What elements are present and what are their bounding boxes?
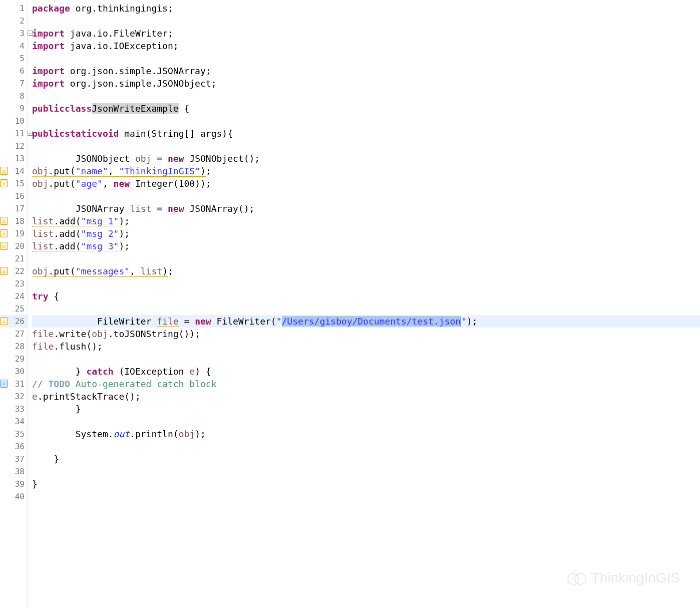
line-number: 1 (0, 2, 28, 15)
line-number: 32 (0, 390, 28, 403)
code-line[interactable]: System.out.println(obj); (32, 428, 700, 440)
warning-marker-icon[interactable]: ⚠ (0, 229, 8, 237)
line-number: 13 (0, 152, 28, 165)
line-number: 20⚠ (0, 240, 28, 252)
warning-marker-icon[interactable]: ⚠ (0, 317, 8, 325)
line-number: 10 (0, 115, 28, 127)
line-number: 31✓ (0, 378, 28, 390)
code-line[interactable] (32, 465, 700, 478)
code-line[interactable]: list.add("msg 3"); (32, 240, 700, 252)
line-number: 2 (0, 15, 28, 27)
code-line[interactable]: import java.io.FileWriter; (32, 27, 700, 40)
line-number: 36 (0, 440, 28, 453)
line-number: 6 (0, 65, 28, 77)
code-line[interactable]: } (32, 403, 700, 415)
line-number: 15⚠ (0, 177, 28, 190)
code-line[interactable]: FileWriter file = new FileWriter("/Users… (32, 315, 700, 328)
line-number: 40 (0, 490, 28, 503)
warning-marker-icon[interactable]: ⚠ (0, 179, 8, 187)
line-number: 5 (0, 52, 28, 65)
line-number: 28 (0, 340, 28, 353)
task-marker-icon[interactable]: ✓ (0, 380, 8, 388)
code-line[interactable]: public static void main(String[] args){ (32, 127, 700, 140)
code-line[interactable]: } (32, 453, 700, 465)
code-line[interactable]: import org.json.simple.JSONArray; (32, 65, 700, 77)
code-line[interactable]: try { (32, 290, 700, 302)
warning-marker-icon[interactable]: ⚠ (0, 217, 8, 225)
line-number: 27 (0, 328, 28, 340)
line-number: 18⚠ (0, 215, 28, 227)
code-area[interactable]: package org.thinkingingis;import java.io… (28, 0, 700, 608)
line-number: 29 (0, 353, 28, 365)
code-line[interactable] (32, 353, 700, 365)
line-number: 23 (0, 277, 28, 290)
line-number: 4 (0, 40, 28, 52)
code-line[interactable]: import java.io.IOException; (32, 40, 700, 52)
code-line[interactable] (32, 440, 700, 453)
line-number: 3− (0, 27, 28, 40)
line-number: 21 (0, 252, 28, 265)
line-number: 19⚠ (0, 227, 28, 240)
code-line[interactable]: obj.put("messages", list); (32, 265, 700, 277)
code-line[interactable] (32, 15, 700, 27)
line-number: 8 (0, 90, 28, 102)
code-line[interactable] (32, 115, 700, 127)
code-line[interactable]: obj.put("name", "ThinkingInGIS"); (32, 165, 700, 177)
line-number: 11− (0, 127, 28, 140)
watermark-text: ThinkingInGIS (591, 570, 680, 586)
code-line[interactable] (32, 415, 700, 428)
code-line[interactable]: JSONArray list = new JSONArray(); (32, 202, 700, 215)
fold-toggle-icon[interactable]: − (28, 31, 33, 36)
code-line[interactable] (32, 52, 700, 65)
code-line[interactable]: } catch (IOException e) { (32, 365, 700, 378)
line-number: 37 (0, 453, 28, 465)
code-line[interactable]: obj.put("age", new Integer(100)); (32, 177, 700, 190)
line-number: 30 (0, 365, 28, 378)
warning-marker-icon[interactable]: ⚠ (0, 267, 8, 275)
code-line[interactable]: public class JsonWriteExample { (32, 102, 700, 115)
code-line[interactable]: import org.json.simple.JSONObject; (32, 77, 700, 90)
line-number: 22⚠ (0, 265, 28, 277)
code-line[interactable] (32, 90, 700, 102)
line-number: 9 (0, 102, 28, 115)
line-number: 26⚠ (0, 315, 28, 328)
code-line[interactable]: file.flush(); (32, 340, 700, 353)
code-line[interactable] (32, 252, 700, 265)
code-line[interactable] (32, 277, 700, 290)
line-number: 14⚠ (0, 165, 28, 177)
line-number: 7 (0, 77, 28, 90)
watermark: ThinkingInGIS (567, 568, 680, 588)
line-number: 38 (0, 465, 28, 478)
line-number: 39 (0, 478, 28, 490)
code-line[interactable]: } (32, 478, 700, 490)
code-line[interactable] (32, 490, 700, 503)
gutter: 123−4567891011−121314⚠15⚠161718⚠19⚠20⚠21… (0, 0, 28, 608)
warning-marker-icon[interactable]: ⚠ (0, 242, 8, 250)
line-number: 16 (0, 190, 28, 202)
code-line[interactable]: list.add("msg 2"); (32, 227, 700, 240)
line-number: 33 (0, 403, 28, 415)
code-editor[interactable]: 123−4567891011−121314⚠15⚠161718⚠19⚠20⚠21… (0, 0, 700, 608)
code-line[interactable]: e.printStackTrace(); (32, 390, 700, 403)
code-line[interactable] (32, 302, 700, 315)
warning-marker-icon[interactable]: ⚠ (0, 167, 8, 175)
code-line[interactable]: JSONObject obj = new JSONObject(); (32, 152, 700, 165)
code-line[interactable]: list.add("msg 1"); (32, 215, 700, 227)
code-line[interactable] (32, 190, 700, 202)
line-number: 24 (0, 290, 28, 302)
line-number: 12 (0, 140, 28, 152)
wechat-icon (567, 568, 587, 588)
line-number: 34 (0, 415, 28, 428)
code-line[interactable]: file.write(obj.toJSONString()); (32, 328, 700, 340)
line-number: 25 (0, 302, 28, 315)
line-number: 17 (0, 202, 28, 215)
code-line[interactable]: // TODO Auto-generated catch block (32, 378, 700, 390)
fold-toggle-icon[interactable]: − (28, 131, 33, 136)
line-number: 35 (0, 428, 28, 440)
code-line[interactable]: package org.thinkingingis; (32, 2, 700, 15)
code-line[interactable] (32, 140, 700, 152)
